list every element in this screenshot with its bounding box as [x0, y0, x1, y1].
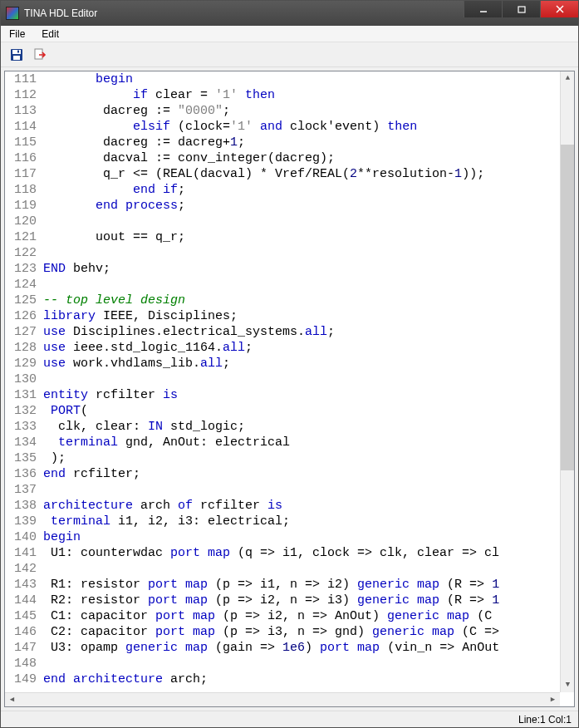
code-line[interactable]: 132 PORT(: [5, 403, 574, 419]
code-text[interactable]: -- top level design: [42, 293, 574, 308]
code-text[interactable]: elsif (clock='1' and clock'event) then: [42, 119, 574, 135]
code-text[interactable]: end process;: [42, 198, 574, 214]
code-line[interactable]: 117 q_r <= (REAL(dacval) * Vref/REAL(2**…: [5, 166, 574, 182]
code-line[interactable]: 131entity rcfilter is: [5, 387, 574, 403]
code-text[interactable]: U3: opamp generic map (gain => 1e6) port…: [42, 640, 574, 656]
code-text[interactable]: R2: resistor port map (p => i2, n => i3)…: [42, 593, 574, 608]
code-text[interactable]: q_r <= (REAL(dacval) * Vref/REAL(2**reso…: [42, 166, 574, 182]
code-text[interactable]: R1: resistor port map (p => i1, n => i2)…: [42, 577, 574, 593]
code-editor[interactable]: 111 begin112 if clear = '1' then113 dacr…: [5, 71, 574, 706]
vertical-scrollbar[interactable]: ▲ ▼: [560, 71, 574, 692]
code-text[interactable]: C2: capacitor port map (p => i3, n => gn…: [42, 624, 574, 640]
code-text[interactable]: [42, 371, 574, 387]
export-button[interactable]: [31, 46, 49, 64]
code-text[interactable]: library IEEE, Disciplines;: [42, 308, 574, 324]
code-line[interactable]: 148: [5, 656, 574, 671]
code-line[interactable]: 125-- top level design: [5, 293, 574, 308]
menu-file[interactable]: File: [4, 27, 30, 41]
code-line[interactable]: 119 end process;: [5, 198, 574, 214]
code-line[interactable]: 123END behv;: [5, 261, 574, 277]
minimize-button[interactable]: [464, 1, 502, 17]
vscroll-track[interactable]: [561, 86, 574, 678]
code-line[interactable]: 146 C2: capacitor port map (p => i3, n =…: [5, 624, 574, 640]
code-line[interactable]: 126library IEEE, Disciplines;: [5, 308, 574, 324]
code-line[interactable]: 120: [5, 214, 574, 229]
menu-edit[interactable]: Edit: [37, 27, 64, 41]
code-text[interactable]: [42, 656, 574, 671]
code-text[interactable]: architecture arch of rcfilter is: [42, 498, 574, 514]
code-line[interactable]: 122: [5, 245, 574, 261]
maximize-button[interactable]: [502, 1, 540, 17]
code-line[interactable]: 111 begin: [5, 71, 574, 87]
code-line[interactable]: 127use Disciplines.electrical_systems.al…: [5, 324, 574, 340]
line-number: 140: [5, 529, 42, 545]
code-line[interactable]: 129use work.vhdlams_lib.all;: [5, 356, 574, 371]
code-text[interactable]: use work.vhdlams_lib.all;: [42, 356, 574, 371]
code-line[interactable]: 136end rcfilter;: [5, 466, 574, 482]
code-line[interactable]: 137: [5, 482, 574, 498]
line-number: 121: [5, 229, 42, 245]
code-text[interactable]: );: [42, 450, 574, 466]
code-text[interactable]: use Disciplines.electrical_systems.all;: [42, 324, 574, 340]
scroll-down-button[interactable]: ▼: [561, 678, 574, 692]
code-line[interactable]: 142: [5, 561, 574, 577]
code-line[interactable]: 143 R1: resistor port map (p => i1, n =>…: [5, 577, 574, 593]
code-text[interactable]: dacreg := "0000";: [42, 103, 574, 119]
code-line[interactable]: 144 R2: resistor port map (p => i2, n =>…: [5, 593, 574, 608]
code-text[interactable]: [42, 277, 574, 293]
code-line[interactable]: 149end architecture arch;: [5, 671, 574, 687]
scroll-left-button[interactable]: ◀: [5, 693, 19, 706]
code-line[interactable]: 116 dacval := conv_integer(dacreg);: [5, 150, 574, 166]
code-line[interactable]: 141 U1: counterwdac port map (q => i1, c…: [5, 545, 574, 561]
code-text[interactable]: dacval := conv_integer(dacreg);: [42, 150, 574, 166]
code-line[interactable]: 135 );: [5, 450, 574, 466]
code-text[interactable]: terminal gnd, AnOut: electrical: [42, 435, 574, 450]
code-line[interactable]: 128use ieee.std_logic_1164.all;: [5, 340, 574, 356]
code-line[interactable]: 139 terminal i1, i2, i3: electrical;: [5, 514, 574, 529]
titlebar[interactable]: TINA HDL Editor: [1, 1, 578, 26]
code-text[interactable]: [42, 214, 574, 229]
code-text[interactable]: [42, 245, 574, 261]
code-line[interactable]: 147 U3: opamp generic map (gain => 1e6) …: [5, 640, 574, 656]
scroll-up-button[interactable]: ▲: [561, 71, 574, 86]
code-text[interactable]: uout == q_r;: [42, 229, 574, 245]
code-text[interactable]: end architecture arch;: [42, 671, 574, 687]
vscroll-thumb[interactable]: [561, 145, 574, 470]
horizontal-scrollbar[interactable]: ◀ ▶: [5, 692, 560, 706]
code-text[interactable]: [42, 482, 574, 498]
code-text[interactable]: end rcfilter;: [42, 466, 574, 482]
close-button[interactable]: [540, 1, 578, 17]
code-line[interactable]: 114 elsif (clock='1' and clock'event) th…: [5, 119, 574, 135]
code-text[interactable]: end if;: [42, 182, 574, 198]
code-line[interactable]: 124: [5, 277, 574, 293]
code-text[interactable]: [42, 561, 574, 577]
code-line[interactable]: 130: [5, 371, 574, 387]
hscroll-track[interactable]: [19, 693, 546, 706]
code-text[interactable]: begin: [42, 71, 574, 87]
app-icon: [6, 7, 19, 20]
code-line[interactable]: 113 dacreg := "0000";: [5, 103, 574, 119]
code-text[interactable]: entity rcfilter is: [42, 387, 574, 403]
code-text[interactable]: U1: counterwdac port map (q => i1, clock…: [42, 545, 574, 561]
code-line[interactable]: 145 C1: capacitor port map (p => i2, n =…: [5, 608, 574, 624]
code-line[interactable]: 112 if clear = '1' then: [5, 87, 574, 103]
code-text[interactable]: C1: capacitor port map (p => i2, n => An…: [42, 608, 574, 624]
code-text[interactable]: terminal i1, i2, i3: electrical;: [42, 514, 574, 529]
line-number: 141: [5, 545, 42, 561]
code-line[interactable]: 133 clk, clear: IN std_logic;: [5, 419, 574, 435]
scroll-right-button[interactable]: ▶: [546, 693, 560, 706]
code-line[interactable]: 140begin: [5, 529, 574, 545]
save-button[interactable]: [7, 46, 26, 64]
code-text[interactable]: dacreg := dacreg+1;: [42, 135, 574, 150]
code-line[interactable]: 138architecture arch of rcfilter is: [5, 498, 574, 514]
code-text[interactable]: END behv;: [42, 261, 574, 277]
code-line[interactable]: 118 end if;: [5, 182, 574, 198]
code-text[interactable]: clk, clear: IN std_logic;: [42, 419, 574, 435]
code-line[interactable]: 121 uout == q_r;: [5, 229, 574, 245]
code-line[interactable]: 134 terminal gnd, AnOut: electrical: [5, 435, 574, 450]
code-text[interactable]: PORT(: [42, 403, 574, 419]
code-line[interactable]: 115 dacreg := dacreg+1;: [5, 135, 574, 150]
code-text[interactable]: use ieee.std_logic_1164.all;: [42, 340, 574, 356]
code-text[interactable]: if clear = '1' then: [42, 87, 574, 103]
code-text[interactable]: begin: [42, 529, 574, 545]
